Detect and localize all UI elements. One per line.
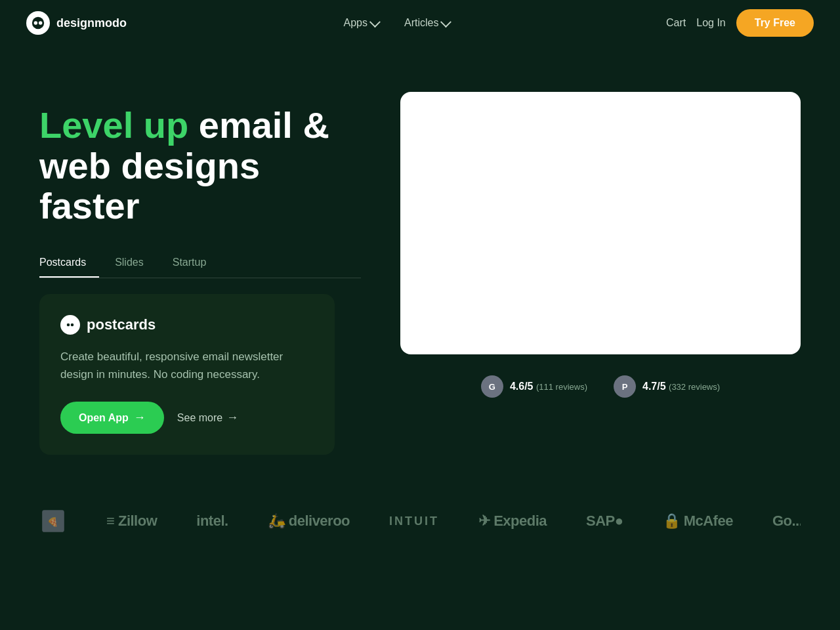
articles-chevron-icon [440,16,452,28]
rating-g2: G 4.6/5 (111 reviews) [481,375,587,398]
g2-badge: G [481,375,503,398]
svg-text:🍕: 🍕 [48,516,59,528]
expedia-text: ✈ Expedia [478,513,547,530]
producthunt-count: (332 reviews) [669,382,720,392]
nav-right: Cart Log In Try Free [666,9,814,37]
logo-expedia: ✈ Expedia [478,513,547,530]
hero-title-highlight: Level up [39,104,188,146]
logo-sap: SAP● [586,513,623,530]
logo-icon [26,11,50,35]
google-text: Go... [772,513,801,530]
svg-point-3 [67,324,70,327]
try-free-button[interactable]: Try Free [736,9,814,37]
open-app-button[interactable]: Open App → [60,402,164,434]
nav-menu: Apps Articles [333,12,460,34]
producthunt-score: 4.7/5 [642,381,666,392]
app-name: postcards [87,316,156,333]
apps-chevron-icon [369,16,381,28]
logo-text: designmodo [56,16,127,30]
cart-link[interactable]: Cart [666,17,686,29]
hero-title: Level up email &web designsfaster [39,105,361,226]
app-card-actions: Open App → See more → [60,402,314,434]
tab-slides[interactable]: Slides [115,250,157,278]
logos-row: 🍕 ≡ Zillow intel. 🛵 deliveroo INTUIT ✈ E… [39,507,801,535]
see-more-link[interactable]: See more → [177,411,238,425]
postcards-logo-icon [60,315,80,335]
logo[interactable]: designmodo [26,11,127,35]
zillow-text: ≡ Zillow [106,513,157,530]
app-description: Create beautiful, responsive email newsl… [60,348,314,383]
svg-point-1 [34,21,38,25]
login-link[interactable]: Log In [696,17,725,29]
logo-intel: intel. [196,513,228,530]
hero-right: G 4.6/5 (111 reviews) P 4.7/5 (332 revie… [400,92,801,398]
g2-count: (111 reviews) [536,382,587,392]
deliveroo-text: 🛵 deliveroo [268,513,350,530]
app-card: postcards Create beautiful, responsive e… [39,294,335,455]
logo-deliveroo: 🛵 deliveroo [268,513,350,530]
logo-dominos: 🍕 [39,507,67,535]
arrow-icon: → [134,411,146,425]
logo-google: Go... [772,513,801,530]
logo-intuit: INTUIT [389,514,439,528]
hero-section: Level up email &web designsfaster Postca… [0,46,840,481]
intel-text: intel. [196,513,228,530]
app-card-logo: postcards [60,315,314,335]
g2-score: 4.6/5 [510,381,534,392]
tab-postcards[interactable]: Postcards [39,250,99,278]
logos-section: 🍕 ≡ Zillow intel. 🛵 deliveroo INTUIT ✈ E… [0,481,840,561]
logo-zillow: ≡ Zillow [106,513,157,530]
see-more-arrow-icon: → [226,411,238,425]
ratings: G 4.6/5 (111 reviews) P 4.7/5 (332 revie… [481,375,720,398]
nav-apps[interactable]: Apps [333,12,388,34]
app-preview [400,92,801,354]
navbar: designmodo Apps Articles Cart Log In Try… [0,0,840,46]
product-tabs: Postcards Slides Startup [39,250,361,278]
svg-point-2 [39,21,42,25]
dominos-icon: 🍕 [39,507,67,535]
hero-left: Level up email &web designsfaster Postca… [39,92,361,455]
sap-text: SAP● [586,513,623,530]
mcafee-text: 🔒 McAfee [663,513,733,530]
intuit-text: INTUIT [389,514,439,528]
logo-mcafee: 🔒 McAfee [663,513,733,530]
producthunt-badge: P [614,375,636,398]
nav-articles[interactable]: Articles [394,12,459,34]
rating-producthunt: P 4.7/5 (332 reviews) [614,375,720,398]
svg-point-4 [71,324,74,327]
tab-startup[interactable]: Startup [173,250,220,278]
